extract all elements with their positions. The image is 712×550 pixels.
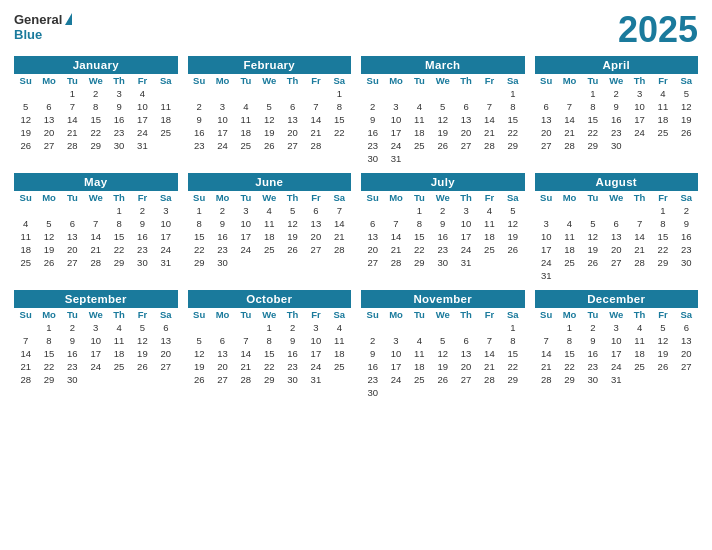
calendar-day: 9 xyxy=(581,334,604,347)
calendar-day: 6 xyxy=(535,100,558,113)
weekday-header: We xyxy=(431,74,454,87)
calendar-day: 15 xyxy=(408,230,431,243)
calendar-day: 26 xyxy=(258,139,281,152)
calendar-day: 17 xyxy=(628,113,651,126)
calendar-day: 16 xyxy=(361,360,384,373)
calendar-day: 18 xyxy=(328,347,351,360)
calendar-day xyxy=(628,204,651,217)
calendar-day: 16 xyxy=(361,126,384,139)
calendar-day: 13 xyxy=(361,230,384,243)
calendar-day xyxy=(154,373,177,386)
calendar-day: 1 xyxy=(501,87,524,100)
weekday-header: Tu xyxy=(61,191,84,204)
calendar-day: 9 xyxy=(361,113,384,126)
calendar-day xyxy=(454,152,477,165)
calendar-day: 14 xyxy=(384,230,407,243)
calendar-day: 30 xyxy=(581,373,604,386)
week-row: 13141516171819 xyxy=(535,113,699,126)
calendar-day: 25 xyxy=(408,139,431,152)
calendar-day xyxy=(154,139,177,152)
calendar-day: 17 xyxy=(535,243,558,256)
calendar-day: 4 xyxy=(14,217,37,230)
month-table-october: SuMoTuWeThFrSa12345678910111213141516171… xyxy=(188,308,352,386)
weekday-header: Sa xyxy=(154,308,177,321)
calendar-day: 28 xyxy=(478,139,501,152)
calendar-day: 13 xyxy=(211,347,234,360)
calendar-day: 2 xyxy=(188,100,211,113)
weekday-header: We xyxy=(605,308,628,321)
weekday-header: Tu xyxy=(234,74,257,87)
calendar-day: 15 xyxy=(651,230,674,243)
calendar-day: 5 xyxy=(581,217,604,230)
calendar-day: 11 xyxy=(408,113,431,126)
calendar-day: 16 xyxy=(281,347,304,360)
calendar-day xyxy=(408,152,431,165)
calendar-day: 9 xyxy=(188,113,211,126)
calendar-day: 18 xyxy=(14,243,37,256)
calendar-day: 22 xyxy=(84,126,107,139)
calendar-day xyxy=(211,321,234,334)
calendar-day: 15 xyxy=(107,230,130,243)
week-row: 1 xyxy=(361,87,525,100)
calendar-day: 17 xyxy=(304,347,327,360)
calendar-day: 17 xyxy=(234,230,257,243)
calendar-day: 22 xyxy=(37,360,60,373)
calendar-day: 2 xyxy=(581,321,604,334)
calendar-day: 6 xyxy=(304,204,327,217)
calendar-day: 29 xyxy=(188,256,211,269)
month-block-december: DecemberSuMoTuWeThFrSa123456789101112131… xyxy=(535,290,699,399)
calendar-day: 12 xyxy=(258,113,281,126)
calendar-day: 22 xyxy=(258,360,281,373)
calendar-day: 17 xyxy=(384,126,407,139)
week-row: 12131415161718 xyxy=(188,347,352,360)
calendar-day: 1 xyxy=(188,204,211,217)
calendar-day: 28 xyxy=(558,139,581,152)
calendar-day: 20 xyxy=(605,243,628,256)
month-table-august: SuMoTuWeThFrSa12345678910111213141516171… xyxy=(535,191,699,282)
calendar-day: 6 xyxy=(454,100,477,113)
calendar-day xyxy=(14,321,37,334)
calendar-day: 9 xyxy=(107,100,130,113)
weekday-header: We xyxy=(84,191,107,204)
month-table-february: SuMoTuWeThFrSa12345678910111213141516171… xyxy=(188,74,352,152)
calendar-day: 16 xyxy=(188,126,211,139)
calendar-day: 11 xyxy=(14,230,37,243)
calendar-day xyxy=(234,87,257,100)
calendar-day: 4 xyxy=(558,217,581,230)
calendar-day: 12 xyxy=(431,347,454,360)
calendar-day: 6 xyxy=(61,217,84,230)
week-row: 232425262728 xyxy=(188,139,352,152)
calendar-day: 18 xyxy=(558,243,581,256)
calendar-day: 5 xyxy=(501,204,524,217)
calendar-day: 17 xyxy=(154,230,177,243)
calendar-day: 27 xyxy=(281,139,304,152)
calendar-day: 16 xyxy=(605,113,628,126)
week-row: 12345 xyxy=(361,204,525,217)
weekday-header: Th xyxy=(107,74,130,87)
calendar-day: 27 xyxy=(535,139,558,152)
calendar-day xyxy=(84,204,107,217)
calendar-day: 21 xyxy=(304,126,327,139)
calendar-day xyxy=(84,373,107,386)
week-row: 3456789 xyxy=(535,217,699,230)
calendar-day: 3 xyxy=(84,321,107,334)
calendar-day: 10 xyxy=(628,100,651,113)
weekday-header: Mo xyxy=(384,74,407,87)
week-row: 23242526272829 xyxy=(361,139,525,152)
calendar-day: 3 xyxy=(154,204,177,217)
calendar-day: 25 xyxy=(558,256,581,269)
week-row: 262728293031 xyxy=(14,139,178,152)
calendar-day xyxy=(328,256,351,269)
week-row: 30 xyxy=(361,386,525,399)
weekday-header: Su xyxy=(188,74,211,87)
calendar-day: 7 xyxy=(535,334,558,347)
weekday-header: Th xyxy=(454,74,477,87)
week-row: 16171819202122 xyxy=(361,126,525,139)
week-row: 12 xyxy=(535,204,699,217)
calendar-day: 20 xyxy=(535,126,558,139)
calendar-day: 20 xyxy=(454,360,477,373)
calendar-day: 24 xyxy=(384,373,407,386)
calendar-day: 31 xyxy=(131,139,154,152)
month-block-may: MaySuMoTuWeThFrSa12345678910111213141516… xyxy=(14,173,178,282)
calendar-page: General Blue 2025 JanuarySuMoTuWeThFrSa1… xyxy=(0,0,712,550)
